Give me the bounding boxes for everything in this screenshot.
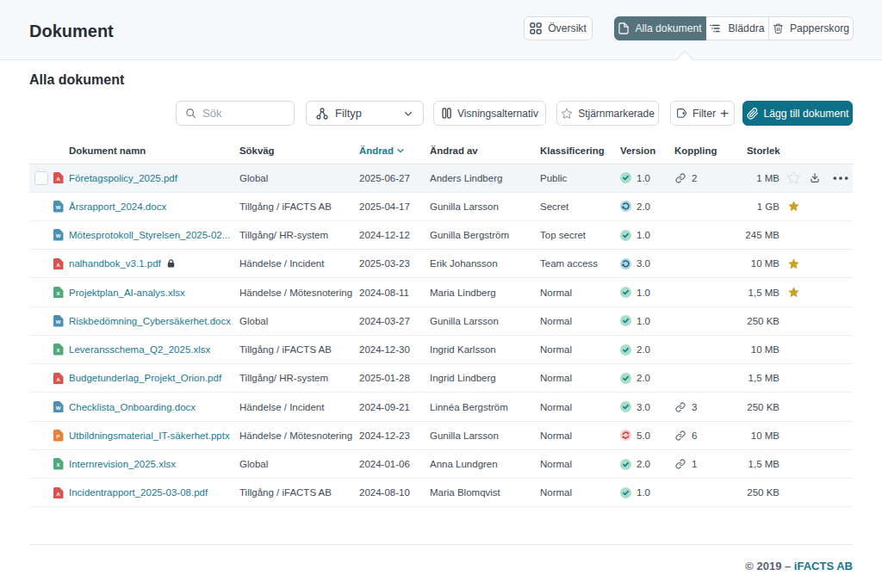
svg-text:W: W bbox=[56, 405, 61, 411]
svg-text:X: X bbox=[57, 463, 60, 468]
svg-text:A: A bbox=[56, 263, 60, 268]
svg-text:A: A bbox=[56, 176, 60, 182]
svg-text:W: W bbox=[56, 319, 61, 325]
svg-text:P: P bbox=[57, 434, 60, 439]
svg-text:X: X bbox=[57, 349, 60, 354]
svg-text:X: X bbox=[57, 291, 60, 296]
svg-text:W: W bbox=[56, 205, 61, 210]
svg-text:W: W bbox=[56, 234, 61, 239]
svg-text:A: A bbox=[56, 492, 60, 497]
svg-text:A: A bbox=[56, 377, 60, 382]
